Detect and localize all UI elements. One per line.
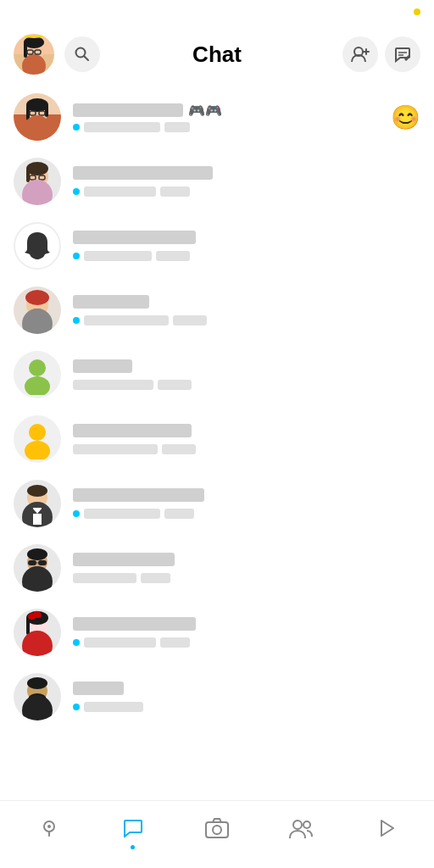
chat-time [141, 573, 170, 583]
avatar-icon [14, 93, 61, 141]
chat-name [73, 424, 192, 437]
chat-item[interactable] [0, 149, 434, 214]
chat-nav-icon [122, 817, 144, 839]
svg-rect-48 [26, 618, 30, 635]
svg-point-51 [32, 613, 37, 618]
chat-preview [84, 122, 160, 132]
chat-name [73, 231, 196, 244]
chat-time [156, 251, 190, 261]
nav-item-map[interactable] [24, 807, 75, 849]
chat-avatar [14, 222, 61, 270]
svg-point-60 [213, 826, 221, 834]
profile-avatar[interactable] [14, 34, 54, 75]
chat-preview [73, 380, 153, 390]
message-indicator [73, 510, 80, 517]
chat-name [73, 166, 213, 180]
svg-point-35 [25, 441, 50, 459]
new-chat-button[interactable] [385, 36, 420, 72]
svg-point-37 [27, 485, 47, 497]
nav-item-friends[interactable] [275, 807, 326, 849]
svg-rect-24 [26, 169, 30, 182]
avatar-icon [14, 544, 61, 592]
name-emoji: 🎮🎮 [188, 103, 222, 119]
chat-avatar [14, 93, 61, 141]
chat-name [73, 359, 132, 373]
svg-rect-59 [206, 822, 228, 837]
chat-preview [73, 573, 136, 583]
discover-icon [375, 817, 395, 839]
chat-name [73, 682, 124, 695]
svg-point-52 [22, 631, 53, 656]
add-friend-icon [351, 46, 370, 63]
chat-item[interactable] [0, 600, 434, 665]
chat-time [158, 380, 192, 390]
chat-item[interactable] [0, 342, 434, 407]
chat-item[interactable] [0, 471, 434, 536]
svg-line-8 [85, 57, 89, 61]
chat-time [164, 509, 194, 519]
active-nav-indicator [131, 845, 135, 849]
reaction-emoji: 😊 [391, 103, 420, 131]
avatar-face-icon [14, 34, 54, 75]
message-indicator [73, 188, 80, 195]
chat-preview-row [73, 444, 420, 454]
chat-name [73, 488, 204, 502]
search-button[interactable] [64, 36, 100, 72]
chat-item[interactable] [0, 214, 434, 278]
chat-preview-row [73, 637, 420, 648]
chat-content [73, 488, 420, 519]
chat-preview-row [73, 702, 420, 712]
svg-rect-3 [24, 42, 27, 58]
chat-preview [84, 509, 160, 519]
avatar-icon [17, 354, 58, 395]
add-friend-button[interactable] [342, 36, 378, 72]
friends-icon [288, 817, 314, 839]
nav-item-discover[interactable] [359, 807, 410, 849]
chat-preview-row [73, 315, 420, 326]
svg-point-45 [22, 566, 53, 592]
avatar-icon [14, 480, 61, 527]
search-icon [74, 46, 91, 63]
svg-point-29 [25, 290, 49, 305]
chat-item[interactable]: 🎮🎮 😊 [0, 85, 434, 149]
chat-item[interactable] [0, 278, 434, 342]
chat-content [73, 424, 420, 454]
chat-preview [84, 702, 143, 712]
chat-time [162, 444, 196, 454]
chat-item[interactable] [0, 536, 434, 600]
chat-time [160, 637, 190, 648]
chat-preview [84, 186, 156, 197]
message-indicator [73, 253, 80, 259]
chat-avatar [14, 287, 61, 334]
svg-rect-43 [38, 560, 47, 565]
message-indicator [73, 124, 80, 131]
chat-avatar [14, 480, 61, 527]
status-indicator [414, 8, 420, 15]
chat-name [73, 295, 149, 309]
chat-name [73, 553, 175, 566]
svg-point-54 [27, 677, 47, 689]
chat-preview-row [73, 186, 420, 197]
nav-item-chat[interactable] [108, 807, 159, 849]
chat-avatar [14, 158, 61, 205]
chat-name [73, 617, 196, 631]
camera-icon [204, 816, 230, 840]
header-right [342, 36, 420, 72]
bottom-navigation [0, 800, 434, 868]
svg-rect-18 [45, 105, 48, 117]
chat-item[interactable] [0, 407, 434, 471]
svg-point-56 [22, 695, 53, 721]
chat-item[interactable] [0, 665, 434, 729]
chat-content [73, 553, 420, 583]
svg-point-62 [303, 821, 310, 828]
header: Chat [0, 24, 434, 85]
chat-content [73, 359, 420, 390]
chat-preview-row [73, 251, 420, 261]
nav-item-camera[interactable] [192, 807, 242, 849]
avatar-icon [14, 673, 61, 721]
svg-point-34 [29, 424, 46, 441]
map-icon [38, 817, 60, 839]
avatar-icon [17, 419, 58, 459]
message-indicator [73, 639, 80, 646]
message-indicator [73, 704, 80, 710]
